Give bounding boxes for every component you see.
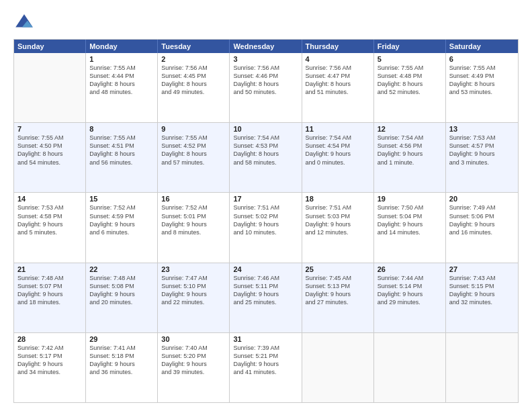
day-number: 31: [233, 335, 298, 343]
calendar-cell-3-5: 26Sunrise: 7:44 AMSunset: 5:14 PMDayligh…: [374, 263, 446, 332]
day-number: 23: [161, 265, 226, 273]
calendar-cell-4-4: [302, 333, 374, 402]
day-info: Sunrise: 7:48 AMSunset: 5:08 PMDaylight:…: [89, 274, 154, 307]
day-info: Sunrise: 7:49 AMSunset: 5:06 PMDaylight:…: [449, 203, 515, 236]
day-info: Sunrise: 7:52 AMSunset: 5:01 PMDaylight:…: [161, 203, 226, 236]
calendar-row-4: 28Sunrise: 7:42 AMSunset: 5:17 PMDayligh…: [14, 332, 518, 402]
day-info: Sunrise: 7:53 AMSunset: 4:58 PMDaylight:…: [17, 203, 82, 236]
day-info: Sunrise: 7:47 AMSunset: 5:10 PMDaylight:…: [161, 274, 226, 307]
calendar-cell-1-0: 7Sunrise: 7:55 AMSunset: 4:50 PMDaylight…: [14, 123, 86, 192]
day-info: Sunrise: 7:56 AMSunset: 4:46 PMDaylight:…: [233, 64, 298, 97]
calendar-cell-0-2: 2Sunrise: 7:56 AMSunset: 4:45 PMDaylight…: [158, 53, 230, 122]
day-number: 19: [378, 195, 442, 203]
day-number: 16: [161, 195, 226, 203]
calendar-row-0: 1Sunrise: 7:55 AMSunset: 4:44 PMDaylight…: [14, 53, 518, 122]
calendar-cell-2-1: 15Sunrise: 7:52 AMSunset: 4:59 PMDayligh…: [86, 193, 158, 262]
day-number: 29: [89, 335, 154, 343]
calendar-cell-0-0: [14, 53, 86, 122]
calendar-cell-3-6: 27Sunrise: 7:43 AMSunset: 5:15 PMDayligh…: [446, 263, 518, 332]
day-info: Sunrise: 7:40 AMSunset: 5:20 PMDaylight:…: [161, 344, 226, 377]
day-info: Sunrise: 7:51 AMSunset: 5:03 PMDaylight:…: [306, 203, 370, 236]
calendar-cell-2-5: 19Sunrise: 7:50 AMSunset: 5:04 PMDayligh…: [374, 193, 446, 262]
calendar-cell-1-2: 9Sunrise: 7:55 AMSunset: 4:52 PMDaylight…: [158, 123, 230, 192]
day-number: 2: [161, 55, 226, 63]
calendar-cell-1-6: 13Sunrise: 7:53 AMSunset: 4:57 PMDayligh…: [446, 123, 518, 192]
day-number: 10: [233, 125, 298, 133]
day-number: 15: [89, 195, 154, 203]
calendar-cell-0-6: 6Sunrise: 7:55 AMSunset: 4:49 PMDaylight…: [446, 53, 518, 122]
day-number: 24: [233, 265, 298, 273]
day-info: Sunrise: 7:55 AMSunset: 4:50 PMDaylight:…: [17, 134, 82, 167]
calendar-cell-1-4: 11Sunrise: 7:54 AMSunset: 4:54 PMDayligh…: [302, 123, 374, 192]
calendar-cell-2-6: 20Sunrise: 7:49 AMSunset: 5:06 PMDayligh…: [446, 193, 518, 262]
day-info: Sunrise: 7:56 AMSunset: 4:47 PMDaylight:…: [306, 64, 370, 97]
day-number: 8: [89, 125, 154, 133]
day-number: 13: [449, 125, 515, 133]
calendar-row-2: 14Sunrise: 7:53 AMSunset: 4:58 PMDayligh…: [14, 192, 518, 262]
day-info: Sunrise: 7:54 AMSunset: 4:54 PMDaylight:…: [306, 134, 370, 167]
day-number: 22: [89, 265, 154, 273]
calendar-cell-4-6: [446, 333, 518, 402]
day-info: Sunrise: 7:55 AMSunset: 4:44 PMDaylight:…: [89, 64, 154, 97]
page: SundayMondayTuesdayWednesdayThursdayFrid…: [0, 0, 532, 411]
day-number: 17: [233, 195, 298, 203]
day-info: Sunrise: 7:39 AMSunset: 5:21 PMDaylight:…: [233, 344, 298, 377]
day-number: 14: [17, 195, 82, 203]
header-day-saturday: Saturday: [446, 40, 518, 53]
day-number: 18: [306, 195, 370, 203]
day-info: Sunrise: 7:55 AMSunset: 4:51 PMDaylight:…: [89, 134, 154, 167]
day-number: 4: [306, 55, 370, 63]
calendar-cell-0-3: 3Sunrise: 7:56 AMSunset: 4:46 PMDaylight…: [230, 53, 302, 122]
calendar-cell-2-2: 16Sunrise: 7:52 AMSunset: 5:01 PMDayligh…: [158, 193, 230, 262]
day-number: 6: [449, 55, 515, 63]
day-number: 21: [17, 265, 82, 273]
day-number: 3: [233, 55, 298, 63]
logo-icon: [13, 12, 35, 34]
day-number: 27: [449, 265, 515, 273]
header-day-monday: Monday: [86, 40, 158, 53]
day-info: Sunrise: 7:54 AMSunset: 4:53 PMDaylight:…: [233, 134, 298, 167]
day-info: Sunrise: 7:48 AMSunset: 5:07 PMDaylight:…: [17, 274, 82, 307]
calendar-header: SundayMondayTuesdayWednesdayThursdayFrid…: [14, 40, 518, 53]
calendar-cell-0-5: 5Sunrise: 7:55 AMSunset: 4:48 PMDaylight…: [374, 53, 446, 122]
header-day-friday: Friday: [374, 40, 446, 53]
calendar-cell-3-4: 25Sunrise: 7:45 AMSunset: 5:13 PMDayligh…: [302, 263, 374, 332]
calendar-cell-1-3: 10Sunrise: 7:54 AMSunset: 4:53 PMDayligh…: [230, 123, 302, 192]
calendar-cell-2-4: 18Sunrise: 7:51 AMSunset: 5:03 PMDayligh…: [302, 193, 374, 262]
day-number: 30: [161, 335, 226, 343]
calendar-cell-3-0: 21Sunrise: 7:48 AMSunset: 5:07 PMDayligh…: [14, 263, 86, 332]
day-info: Sunrise: 7:55 AMSunset: 4:48 PMDaylight:…: [378, 64, 442, 97]
day-info: Sunrise: 7:51 AMSunset: 5:02 PMDaylight:…: [233, 203, 298, 236]
calendar-cell-4-0: 28Sunrise: 7:42 AMSunset: 5:17 PMDayligh…: [14, 333, 86, 402]
day-number: 26: [378, 265, 442, 273]
day-number: 9: [161, 125, 226, 133]
calendar-cell-1-5: 12Sunrise: 7:54 AMSunset: 4:56 PMDayligh…: [374, 123, 446, 192]
calendar-cell-0-1: 1Sunrise: 7:55 AMSunset: 4:44 PMDaylight…: [86, 53, 158, 122]
day-info: Sunrise: 7:52 AMSunset: 4:59 PMDaylight:…: [89, 203, 154, 236]
header-day-wednesday: Wednesday: [230, 40, 302, 53]
day-number: 5: [378, 55, 442, 63]
calendar-cell-4-2: 30Sunrise: 7:40 AMSunset: 5:20 PMDayligh…: [158, 333, 230, 402]
day-number: 1: [89, 55, 154, 63]
calendar-cell-2-0: 14Sunrise: 7:53 AMSunset: 4:58 PMDayligh…: [14, 193, 86, 262]
day-info: Sunrise: 7:45 AMSunset: 5:13 PMDaylight:…: [306, 274, 370, 307]
calendar-cell-0-4: 4Sunrise: 7:56 AMSunset: 4:47 PMDaylight…: [302, 53, 374, 122]
header-day-sunday: Sunday: [14, 40, 86, 53]
day-info: Sunrise: 7:55 AMSunset: 4:52 PMDaylight:…: [161, 134, 226, 167]
calendar-cell-4-1: 29Sunrise: 7:41 AMSunset: 5:18 PMDayligh…: [86, 333, 158, 402]
calendar-cell-1-1: 8Sunrise: 7:55 AMSunset: 4:51 PMDaylight…: [86, 123, 158, 192]
day-info: Sunrise: 7:44 AMSunset: 5:14 PMDaylight:…: [378, 274, 442, 307]
day-info: Sunrise: 7:41 AMSunset: 5:18 PMDaylight:…: [89, 344, 154, 377]
day-number: 12: [378, 125, 442, 133]
calendar-cell-2-3: 17Sunrise: 7:51 AMSunset: 5:02 PMDayligh…: [230, 193, 302, 262]
day-info: Sunrise: 7:50 AMSunset: 5:04 PMDaylight:…: [378, 203, 442, 236]
header-day-tuesday: Tuesday: [158, 40, 230, 53]
day-number: 28: [17, 335, 82, 343]
day-info: Sunrise: 7:53 AMSunset: 4:57 PMDaylight:…: [449, 134, 515, 167]
calendar-row-3: 21Sunrise: 7:48 AMSunset: 5:07 PMDayligh…: [14, 263, 518, 332]
calendar-cell-4-5: [374, 333, 446, 402]
calendar-row-1: 7Sunrise: 7:55 AMSunset: 4:50 PMDaylight…: [14, 122, 518, 192]
calendar: SundayMondayTuesdayWednesdayThursdayFrid…: [13, 39, 519, 403]
day-info: Sunrise: 7:55 AMSunset: 4:49 PMDaylight:…: [449, 64, 515, 97]
day-info: Sunrise: 7:46 AMSunset: 5:11 PMDaylight:…: [233, 274, 298, 307]
